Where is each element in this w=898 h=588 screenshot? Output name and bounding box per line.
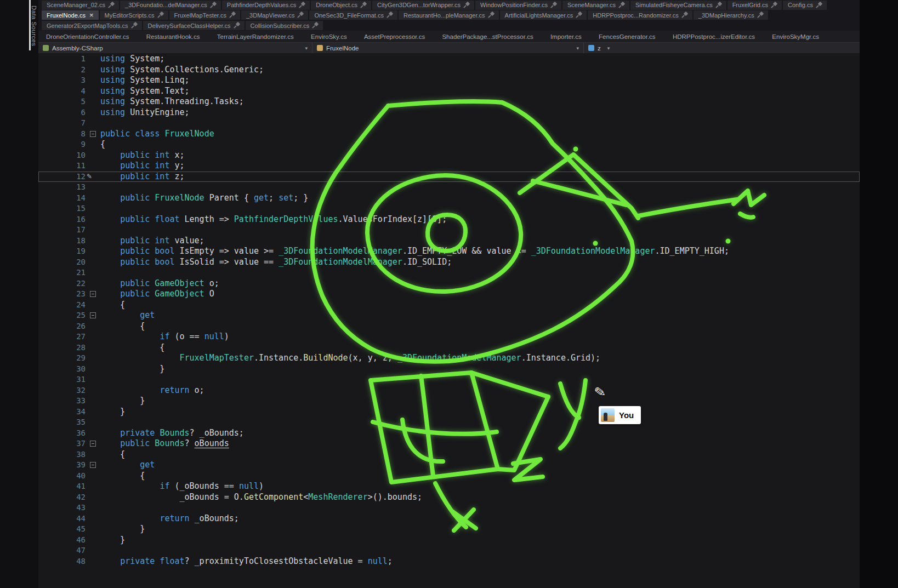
code-line-9[interactable]: 9{ — [38, 139, 860, 150]
line-number[interactable]: 3 — [38, 75, 86, 86]
code-line-24[interactable]: 24 { — [38, 300, 860, 311]
code-line-44[interactable]: 44 return _oBounds; — [38, 513, 860, 524]
fold-collapse-icon[interactable]: − — [90, 291, 96, 297]
code-line-33[interactable]: 33 } — [38, 396, 860, 407]
line-number[interactable]: 16 — [38, 214, 86, 225]
code-line-29[interactable]: 29 FruxelMapTester.Instance.BuildNode(x,… — [38, 353, 860, 364]
line-number[interactable]: 23 — [38, 289, 86, 300]
tab-fruxelmaptester-cs[interactable]: FruxelMapTester.cs — [169, 10, 240, 20]
code-line-17[interactable]: 17 — [38, 225, 860, 236]
tab-citygen3dgen-torwrapper-cs[interactable]: CityGen3DGen...torWrapper.cs — [372, 1, 474, 10]
code-line-22[interactable]: 22 public GameObject o; — [38, 278, 860, 289]
pin-icon[interactable] — [312, 22, 318, 28]
tab--3dmapviewer-cs[interactable]: _3DMapViewer.cs — [241, 10, 308, 20]
line-number[interactable]: 31 — [38, 374, 86, 385]
tab-onesec3d-fileformat-cs[interactable]: OneSec3D_FileFormat.cs — [309, 10, 397, 20]
line-number[interactable]: 7 — [38, 118, 86, 129]
tab-enviroskymgr-cs[interactable]: EnviroSkyMgr.cs — [772, 32, 819, 41]
line-number[interactable]: 14 — [38, 193, 86, 204]
tab-assetpreprocessor-cs[interactable]: AssetPreprocessor.cs — [364, 32, 425, 41]
code-line-30[interactable]: 30 } — [38, 364, 860, 375]
code-line-12[interactable]: 12 public int z;✎ — [38, 172, 860, 182]
line-number[interactable]: 19 — [38, 246, 86, 257]
line-number[interactable]: 35 — [38, 417, 86, 428]
tab--3dmaphierarchy-cs[interactable]: _3DMapHierarchy.cs — [694, 10, 768, 20]
sidebar-tab-data-sources[interactable]: Data Sources — [31, 5, 37, 46]
type-dropdown[interactable]: FruxelNode ▾ — [312, 43, 584, 53]
code-line-2[interactable]: 2using System.Collections.Generic; — [38, 65, 860, 76]
line-number[interactable]: 12 — [38, 172, 86, 182]
pin-icon[interactable] — [551, 2, 556, 8]
line-number[interactable]: 37 — [38, 438, 86, 449]
tab-droneobject-cs[interactable]: DroneObject.cs — [311, 1, 371, 10]
line-number[interactable]: 45 — [38, 524, 86, 535]
fold-collapse-icon[interactable]: − — [90, 462, 96, 468]
line-number[interactable]: 4 — [38, 86, 86, 97]
pin-icon[interactable] — [619, 2, 624, 8]
line-number[interactable]: 30 — [38, 364, 86, 375]
pin-icon[interactable] — [576, 12, 582, 18]
code-editor[interactable]: 1using System;2using System.Collections.… — [38, 53, 860, 588]
code-line-25[interactable]: 25− get — [38, 310, 860, 321]
pin-icon[interactable] — [299, 2, 305, 8]
line-number[interactable]: 27 — [38, 332, 86, 342]
tab-restaurantho-plemanager-cs[interactable]: RestaurantHo...pleManager.cs — [399, 10, 499, 20]
code-line-10[interactable]: 10 public int x; — [38, 150, 860, 161]
tab--3dfoundatio-delmanager-cs[interactable]: _3DFoundatio...delManager.cs — [120, 1, 221, 10]
line-number[interactable]: 40 — [38, 471, 86, 482]
pin-icon[interactable] — [464, 2, 469, 8]
code-line-3[interactable]: 3using System.Linq; — [38, 75, 860, 86]
code-line-38[interactable]: 38 { — [38, 449, 860, 460]
tab-hdrppostproc-izereditor-cs[interactable]: HDRPPostproc...izerEditor.cs — [673, 32, 755, 41]
line-number[interactable]: 10 — [38, 150, 86, 161]
line-number[interactable]: 20 — [38, 257, 86, 268]
tab-collisionsubscriber-cs[interactable]: CollisionSubscriber.cs — [246, 21, 323, 30]
line-number[interactable]: 41 — [38, 481, 86, 492]
line-number[interactable]: 36 — [38, 428, 86, 439]
code-line-20[interactable]: 20 public bool IsSolid => value == _3DFo… — [38, 257, 860, 268]
code-line-35[interactable]: 35 — [38, 417, 860, 428]
close-icon[interactable]: × — [89, 12, 94, 19]
code-line-43[interactable]: 43 — [38, 503, 860, 513]
code-line-4[interactable]: 4using System.Text; — [38, 86, 860, 97]
line-number[interactable]: 33 — [38, 396, 86, 407]
tab-deliverysurfaceclasshelper-cs[interactable]: DeliverySurfaceClassHelper.cs — [143, 21, 245, 30]
tab-scenemanager-02-cs[interactable]: SceneManager_02.cs — [42, 1, 119, 10]
tab-shaderpackage-stprocessor-cs[interactable]: ShaderPackage...stProcessor.cs — [442, 32, 533, 41]
code-line-11[interactable]: 11 public int y; — [38, 161, 860, 172]
code-line-15[interactable]: 15 — [38, 203, 860, 214]
line-number[interactable]: 21 — [38, 267, 86, 278]
pin-icon[interactable] — [211, 2, 216, 8]
fold-collapse-icon[interactable]: − — [90, 441, 96, 447]
tab-hdrppostproc-randomizer-cs[interactable]: HDRPPostproc...Randomizer.cs — [588, 10, 692, 20]
line-number[interactable]: 13 — [38, 182, 86, 193]
pin-icon[interactable] — [716, 2, 721, 8]
pin-icon[interactable] — [758, 12, 763, 18]
tab-config-cs[interactable]: Config.cs — [783, 1, 827, 10]
pin-icon[interactable] — [488, 12, 494, 18]
code-line-39[interactable]: 39− get — [38, 460, 860, 471]
code-line-5[interactable]: 5using System.Threading.Tasks; — [38, 96, 860, 107]
line-number[interactable]: 29 — [38, 353, 86, 364]
code-line-7[interactable]: 7 — [38, 118, 860, 129]
code-line-36[interactable]: 36 private Bounds? _oBounds; — [38, 428, 860, 439]
line-number[interactable]: 26 — [38, 321, 86, 332]
line-number[interactable]: 15 — [38, 203, 86, 214]
line-number[interactable]: 11 — [38, 161, 86, 172]
line-number[interactable]: 43 — [38, 503, 86, 513]
line-number[interactable]: 39 — [38, 460, 86, 471]
code-line-8[interactable]: 8−public class FruxelNode — [38, 129, 860, 140]
code-line-41[interactable]: 41 if (_oBounds == null) — [38, 481, 860, 492]
code-line-32[interactable]: 32 return o; — [38, 385, 860, 396]
code-line-21[interactable]: 21 — [38, 267, 860, 278]
line-number[interactable]: 32 — [38, 385, 86, 396]
line-number[interactable]: 8 — [38, 129, 86, 140]
tab-importer-cs[interactable]: Importer.cs — [550, 32, 582, 41]
pin-icon[interactable] — [234, 22, 240, 28]
line-number[interactable]: 38 — [38, 449, 86, 460]
code-line-23[interactable]: 23− public GameObject O — [38, 289, 860, 300]
tab-restauranthook-cs[interactable]: RestaurantHook.cs — [146, 32, 200, 41]
code-line-13[interactable]: 13 — [38, 182, 860, 193]
line-number[interactable]: 9 — [38, 139, 86, 150]
tab-fruxelgrid-cs[interactable]: FruxelGrid.cs — [728, 1, 782, 10]
